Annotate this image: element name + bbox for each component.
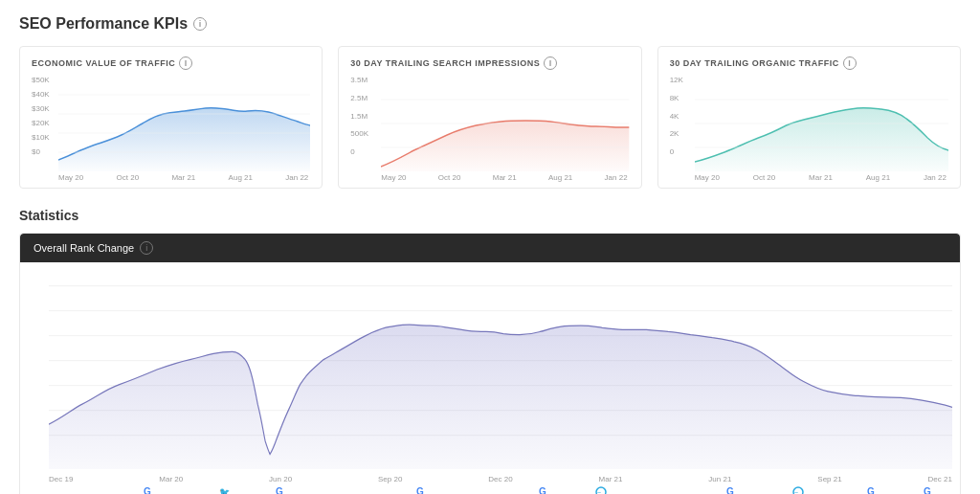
svg-text:G: G	[144, 486, 151, 494]
statistics-section-title: Statistics	[19, 208, 961, 223]
algo-icons-row: G 🐦 G G G ~ G ~ G G	[20, 485, 960, 494]
main-chart-wrapper: 600K 500K 400K 300K 200K 100K 0 -100K	[20, 262, 960, 473]
algo-icon-g1: G	[143, 485, 154, 494]
svg-text:G: G	[924, 486, 931, 494]
algo-icon-twitter3: ~	[791, 485, 805, 494]
page-title: SEO Performance KPIs i	[19, 15, 961, 33]
svg-text:G: G	[276, 486, 283, 494]
kpi-organic-x-axis: May 20 Oct 20 Mar 21 Aug 21 Jan 22	[670, 173, 948, 182]
kpi-impressions-chart	[350, 76, 629, 171]
algo-icon-g3: G	[415, 485, 427, 494]
algo-icon-twitter4: G	[923, 485, 934, 494]
main-chart-x-axis: Dec 19 Mar 20 Jun 20 Sep 20 Dec 20 Mar 2…	[20, 473, 960, 483]
kpi-impressions-x-axis: May 20 Oct 20 Mar 21 Aug 21 Jan 22	[350, 173, 629, 182]
overall-rank-change-container: Overall Rank Change i 600K 500K 400K 300…	[19, 233, 961, 494]
page-title-info-icon[interactable]: i	[193, 17, 207, 31]
algo-icon-twitter1: 🐦	[218, 485, 230, 494]
svg-text:G: G	[416, 486, 424, 494]
kpi-organic-chart	[670, 76, 948, 171]
svg-text:~: ~	[794, 489, 798, 494]
main-chart-body	[20, 262, 960, 473]
algo-icon-g4: G	[538, 485, 549, 494]
kpi-economic-x-axis: May 20 Oct 20 Mar 21 Aug 21 Jan 22	[32, 173, 310, 182]
kpi-row: ECONOMIC VALUE OF TRAFFIC i $50K $40K $3…	[19, 46, 961, 189]
svg-text:G: G	[539, 486, 546, 494]
kpi-card-economic: ECONOMIC VALUE OF TRAFFIC i $50K $40K $3…	[19, 46, 323, 189]
svg-text:G: G	[867, 486, 875, 494]
kpi-label-impressions: 30 DAY TRAILING SEARCH IMPRESSIONS i	[350, 56, 629, 70]
algo-icon-twitter2: ~	[594, 485, 608, 494]
kpi-label-economic: ECONOMIC VALUE OF TRAFFIC i	[32, 56, 310, 70]
kpi-economic-chart	[32, 76, 310, 171]
kpi-label-organic: 30 DAY TRAILING ORGANIC TRAFFIC i	[670, 56, 948, 70]
algo-icon-g6: G	[866, 485, 878, 494]
stat-header: Overall Rank Change i	[20, 234, 960, 262]
kpi-economic-info-icon[interactable]: i	[179, 56, 192, 70]
svg-text:G: G	[726, 486, 734, 494]
kpi-card-organic: 30 DAY TRAILING ORGANIC TRAFFIC i 12K 8K…	[657, 46, 961, 189]
kpi-card-impressions: 30 DAY TRAILING SEARCH IMPRESSIONS i 3.5…	[338, 46, 641, 189]
svg-text:🐦: 🐦	[219, 486, 230, 494]
kpi-impressions-info-icon[interactable]: i	[544, 56, 557, 70]
algo-icon-g2: G	[275, 485, 286, 494]
kpi-organic-info-icon[interactable]: i	[843, 56, 857, 70]
algo-icon-g5: G	[725, 485, 737, 494]
stat-header-info-icon[interactable]: i	[140, 241, 153, 255]
svg-text:~: ~	[597, 489, 601, 494]
